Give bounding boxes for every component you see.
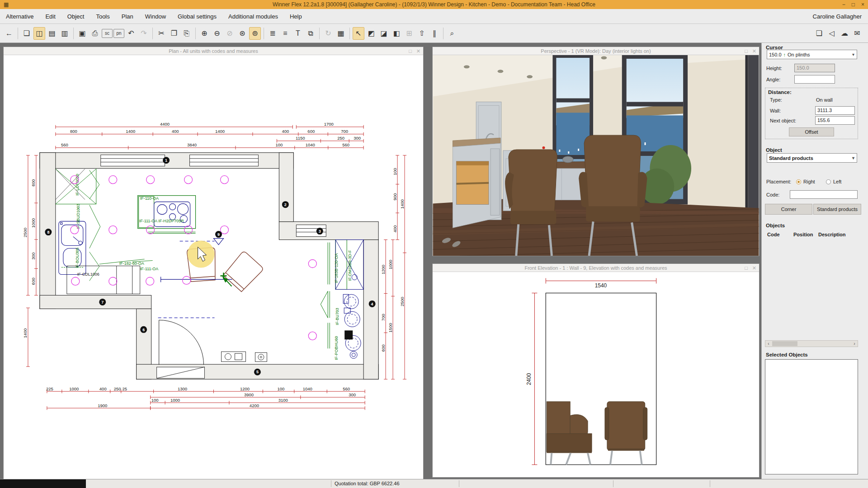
toolbar-separator [349,28,350,39]
code-field[interactable] [790,190,858,199]
perspective-canvas[interactable] [433,55,759,256]
zoom-window-icon[interactable]: ⊚ [249,27,261,40]
zoom-out-icon[interactable]: ⊖ [211,27,223,40]
elevation-front-view-icon[interactable]: ▤ [46,27,58,40]
elevation-side-view-icon[interactable]: ▥ [59,27,71,40]
objects-col-description[interactable]: Description [818,232,846,237]
back-icon[interactable]: ← [3,27,15,40]
raise-object-icon[interactable]: ⇧ [416,27,428,40]
svg-text:225: 225 [46,386,53,391]
placement-left-radio[interactable] [826,179,831,184]
cloud-icon[interactable]: ☁ [839,27,850,40]
elevation-window-title[interactable]: Front Elevation - 1 : Wall - 9, Elevatio… [433,264,759,272]
toolbar-separator [195,28,196,39]
menu-edit[interactable]: Edit [39,9,61,23]
mail-icon[interactable]: ✉ [851,27,863,40]
next-object-field[interactable]: 155.6 [815,116,855,125]
zoom-all-icon[interactable]: ⊛ [236,27,248,40]
svg-text:8: 8 [47,230,49,235]
svg-text:1000: 1000 [170,398,180,403]
calculator-icon[interactable]: ▦ [335,27,347,40]
plan-maximize-icon[interactable]: □ [409,48,412,54]
text-icon[interactable]: T [292,27,304,40]
notes-icon[interactable]: ≣ [267,27,278,40]
grid-icon[interactable]: ⊞ [403,27,415,40]
copy-icon[interactable]: ❐ [168,27,180,40]
corner-cabinet [56,169,85,200]
menu-additional-modules[interactable]: Additional modules [222,9,284,23]
redo-icon[interactable]: ↷ [138,27,150,40]
save-icon[interactable]: ▣ [76,27,88,40]
elevation-chair-1[interactable] [547,402,592,465]
svg-text:1: 1 [165,158,167,163]
menu-help[interactable]: Help [284,9,308,23]
selected-objects-list[interactable] [765,359,858,474]
placement-right-radio[interactable] [796,179,801,184]
plan-window-title[interactable]: Plan - All units with codes and measures [4,47,423,55]
object-type-select[interactable]: Standard products ▾ [767,153,857,163]
menu-window[interactable]: Window [139,9,172,23]
elevation-maximize-icon[interactable]: □ [745,265,748,271]
perspective-close-icon[interactable]: ✕ [752,48,756,54]
perspective-window-title[interactable]: Perspective - 1 (VR Mode): Day (interior… [433,47,759,55]
plan-window: Plan - All units with codes and measures… [3,47,424,480]
paste-icon[interactable]: ⎘ [181,27,193,40]
wall-distance-field[interactable]: 3111.3 [815,106,855,115]
toolbar-separator [443,28,443,39]
wall-view-3-icon[interactable]: ◧ [391,27,402,40]
objects-h-scrollbar[interactable]: ‹ › [765,340,858,347]
offset-button[interactable]: Offset [789,127,834,136]
pan-icon[interactable]: pn [113,29,124,38]
annotation-icon[interactable]: ≡ [279,27,291,40]
door-elevation-view-icon[interactable]: ◫ [33,27,45,40]
maximize-icon[interactable]: □ [852,1,855,8]
cloud-folder-icon[interactable]: ❏ [813,27,825,40]
svg-text:4200: 4200 [250,403,259,408]
plan-chair-2[interactable] [222,251,264,293]
svg-text:1150: 1150 [296,136,305,141]
el evation-canvas[interactable]: 1540 2400 [433,272,759,477]
plan-view-icon[interactable]: ❏ [21,27,33,40]
plan-close-icon[interactable]: ✕ [416,48,420,54]
perspective-maximize-icon[interactable]: □ [745,48,748,54]
svg-text:700: 700 [341,129,348,134]
menu-global-settings[interactable]: Global settings [172,9,222,23]
height-field[interactable]: 150.0 [794,64,835,72]
magnifier-icon[interactable]: ⌕ [446,27,458,40]
scrollbar-thumb[interactable] [772,341,797,346]
wall-view-1-icon[interactable]: ◩ [365,27,377,40]
svg-text:560: 560 [61,142,68,147]
cut-icon[interactable]: ✂ [156,27,167,40]
menu-alternative[interactable]: Alternative [0,9,39,23]
minimize-icon[interactable]: − [842,1,845,8]
elevation-close-icon[interactable]: ✕ [752,265,756,271]
scroll-left-icon[interactable]: ‹ [765,341,772,346]
plan-canvas[interactable]: 4400170080014004001400400600700115025030… [4,55,423,480]
right-frame [748,55,759,213]
svg-text:400: 400 [282,129,289,134]
zoom-in-icon[interactable]: ⊕ [198,27,210,40]
elevation-chair-2[interactable] [605,402,647,465]
utility-fixtures [321,240,363,359]
angle-field[interactable] [794,75,835,84]
select-pointer-icon[interactable]: ↖ [353,27,364,40]
close-icon[interactable]: × [861,1,864,8]
refresh-icon[interactable]: ↻ [322,27,334,40]
menu-object[interactable]: Object [61,9,90,23]
menu-tools[interactable]: Tools [90,9,115,23]
measure-icon[interactable]: ∥ [429,27,440,40]
objects-col-position[interactable]: Position [793,232,813,237]
pick-object-icon[interactable]: ⧉ [305,27,316,40]
screen-capture-icon[interactable]: sc [102,29,113,38]
wall-view-2-icon[interactable]: ◪ [378,27,390,40]
objects-col-code[interactable]: Code [767,232,780,237]
cursor-mode-select[interactable]: 150.0 ↑ On plinths ▾ [767,50,857,59]
corner-button[interactable]: Corner [765,204,812,215]
undo-icon[interactable]: ↶ [125,27,137,40]
menu-plan[interactable]: Plan [116,9,139,23]
standard-products-button[interactable]: Standard products [813,204,861,215]
print-icon[interactable]: ⎙ [89,27,101,40]
zoom-previous-icon[interactable]: ⊘ [224,27,236,40]
announce-icon[interactable]: ◁ [826,27,838,40]
scroll-right-icon[interactable]: › [851,341,858,346]
